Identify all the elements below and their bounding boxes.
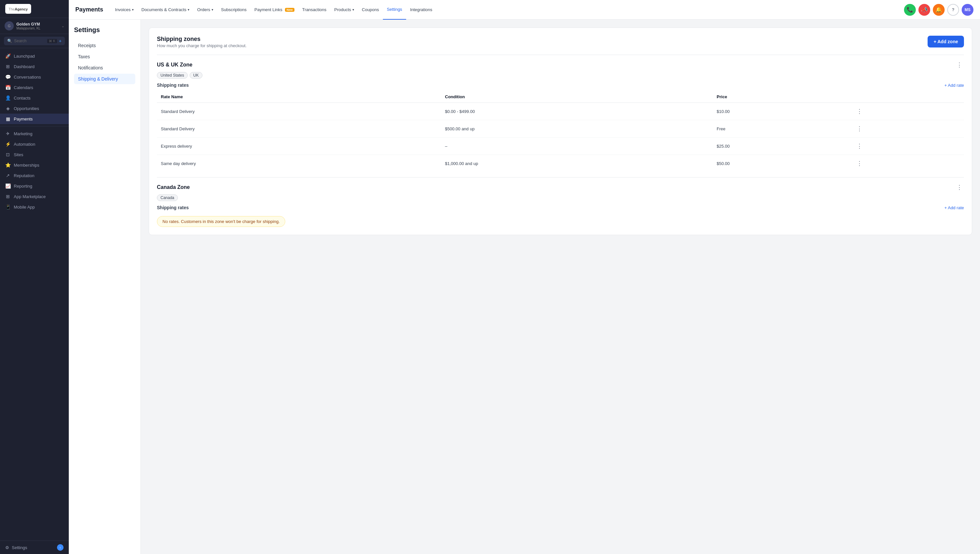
sidebar-item-label: Reporting <box>14 184 32 189</box>
logo-box: TheAgency <box>5 4 31 14</box>
zone-tag-canada: Canada <box>157 194 178 201</box>
nav-integrations[interactable]: Integrations <box>406 0 436 20</box>
nav-transactions[interactable]: Transactions <box>298 0 330 20</box>
nav-documents[interactable]: Documents & Contracts ▾ <box>137 0 193 20</box>
rate-menu-button[interactable]: ⋮ <box>855 107 864 116</box>
table-row: Standard Delivery $0.00 - $499.00 $10.00… <box>157 103 964 120</box>
nav-coupons[interactable]: Coupons <box>358 0 383 20</box>
sidebar-item-label: Calendars <box>14 85 33 90</box>
search-area: 🔍 Search ⌘ K + <box>0 34 69 48</box>
rate-price: $25.00 <box>713 137 851 155</box>
automation-icon: ⚡ <box>5 142 11 147</box>
search-input[interactable]: Search <box>14 39 45 43</box>
rate-name: Standard Delivery <box>157 103 441 120</box>
collapse-sidebar-button[interactable]: ‹ <box>57 544 64 551</box>
sidebar-item-label: Sites <box>14 152 23 157</box>
reputation-icon: ↗ <box>5 173 11 178</box>
add-zone-button[interactable]: + Add zone <box>927 36 964 48</box>
rates-table-body: Standard Delivery $0.00 - $499.00 $10.00… <box>157 103 964 172</box>
zone-tags-canada: Canada <box>157 194 964 201</box>
sidebar-item-dashboard[interactable]: ⊞ Dashboard <box>0 61 69 72</box>
memberships-icon: ⭐ <box>5 162 11 168</box>
sidebar-item-label: Contacts <box>14 96 30 100</box>
nav-invoices[interactable]: Invoices ▾ <box>111 0 137 20</box>
nav-orders[interactable]: Orders ▾ <box>193 0 217 20</box>
settings-sidebar: Settings Receipts Taxes Notifications Sh… <box>69 20 141 554</box>
table-row: Standard Delivery $500.00 and up Free ⋮ <box>157 120 964 137</box>
zone-header-canada: Canada Zone ⋮ <box>157 183 964 192</box>
chevron-down-icon: ⌄ <box>62 24 64 28</box>
sidebar-item-label: App Marketplace <box>14 194 46 199</box>
sidebar-item-reputation[interactable]: ↗ Reputation <box>0 170 69 181</box>
actions-cell: ⋮ <box>851 120 964 137</box>
app-marketplace-icon: ⊞ <box>5 194 11 199</box>
phone-button[interactable]: 📞 <box>904 4 916 16</box>
sidebar-item-payments[interactable]: ▦ Payments <box>0 114 69 124</box>
settings-nav-taxes[interactable]: Taxes <box>74 51 135 62</box>
rate-menu-button[interactable]: ⋮ <box>855 159 864 168</box>
rate-price: $10.00 <box>713 103 851 120</box>
add-rate-button-canada[interactable]: + Add rate <box>944 205 964 210</box>
sidebar-item-memberships[interactable]: ⭐ Memberships <box>0 160 69 170</box>
notification-button[interactable]: 📣 <box>918 4 930 16</box>
user-avatar[interactable]: MS <box>962 4 974 16</box>
search-box[interactable]: 🔍 Search ⌘ K + <box>4 37 65 45</box>
main-panel: Shipping zones How much you charge for s… <box>141 20 980 554</box>
table-row: Express delivery – $25.00 ⋮ <box>157 137 964 155</box>
rate-condition: $1,000.00 and up <box>441 155 713 172</box>
sidebar-item-conversations[interactable]: 💬 Conversations <box>0 72 69 82</box>
launchpad-icon: 🚀 <box>5 53 11 59</box>
sidebar-item-launchpad[interactable]: 🚀 Launchpad <box>0 51 69 61</box>
sidebar-settings[interactable]: ⚙ Settings <box>5 545 27 550</box>
mobile-app-icon: 📱 <box>5 204 11 210</box>
col-condition: Condition <box>441 91 713 103</box>
add-icon[interactable]: + <box>59 38 62 43</box>
actions-cell: ⋮ <box>851 137 964 155</box>
sidebar-item-app-marketplace[interactable]: ⊞ App Marketplace <box>0 191 69 202</box>
nav-payment-links[interactable]: Payment Links New <box>250 0 298 20</box>
actions-cell: ⋮ <box>851 103 964 120</box>
zone-tag-uk: UK <box>190 72 202 79</box>
rates-title-us-uk: Shipping rates <box>157 83 189 88</box>
rates-title-canada: Shipping rates <box>157 205 189 210</box>
sidebar-item-label: Mobile App <box>14 205 35 210</box>
sidebar-logo: TheAgency <box>0 0 69 18</box>
zone-canada: Canada Zone ⋮ Canada Shipping rates + Ad… <box>157 183 964 227</box>
topbar-title: Payments <box>75 6 103 13</box>
sidebar-item-opportunities[interactable]: ◈ Opportunities <box>0 103 69 114</box>
help-button[interactable]: ? <box>947 4 959 16</box>
nav-settings[interactable]: Settings <box>383 0 406 20</box>
settings-nav-notifications[interactable]: Notifications <box>74 62 135 73</box>
shipping-zones-card: Shipping zones How much you charge for s… <box>149 27 972 235</box>
sidebar-item-label: Opportunities <box>14 106 39 111</box>
sidebar-item-contacts[interactable]: 👤 Contacts <box>0 93 69 103</box>
nav-subscriptions[interactable]: Subscriptions <box>217 0 250 20</box>
bell-button[interactable]: 🔔 <box>933 4 945 16</box>
rate-condition: $0.00 - $499.00 <box>441 103 713 120</box>
settings-nav-shipping-delivery[interactable]: Shipping & Delivery <box>74 74 135 84</box>
avatar: G <box>5 21 14 30</box>
reporting-icon: 📈 <box>5 183 11 189</box>
settings-label: Settings <box>12 545 27 550</box>
add-rate-button-us-uk[interactable]: + Add rate <box>944 83 964 88</box>
rates-table-head: Rate Name Condition Price <box>157 91 964 103</box>
sidebar-item-marketing[interactable]: ✈ Marketing <box>0 128 69 139</box>
sidebar-item-reporting[interactable]: 📈 Reporting <box>0 181 69 191</box>
sidebar-item-automation[interactable]: ⚡ Automation <box>0 139 69 149</box>
account-location: Malappuram, KL <box>16 27 62 30</box>
logo-text: TheAgency <box>8 7 28 11</box>
rate-menu-button[interactable]: ⋮ <box>855 142 864 151</box>
rate-menu-button[interactable]: ⋮ <box>855 124 864 133</box>
search-icon: 🔍 <box>7 39 12 43</box>
settings-nav-receipts[interactable]: Receipts <box>74 40 135 51</box>
nav-products[interactable]: Products ▾ <box>330 0 358 20</box>
zone-menu-button-us-uk[interactable]: ⋮ <box>955 60 964 69</box>
opportunities-icon: ◈ <box>5 106 11 111</box>
sidebar-item-mobile-app[interactable]: 📱 Mobile App <box>0 202 69 212</box>
zone-menu-button-canada[interactable]: ⋮ <box>955 183 964 192</box>
actions-cell: ⋮ <box>851 155 964 172</box>
conversations-icon: 💬 <box>5 74 11 80</box>
sidebar-item-sites[interactable]: ⊡ Sites <box>0 149 69 160</box>
account-switcher[interactable]: G Golden GYM Malappuram, KL ⌄ <box>0 18 69 34</box>
sidebar-item-calendars[interactable]: 📅 Calendars <box>0 82 69 93</box>
